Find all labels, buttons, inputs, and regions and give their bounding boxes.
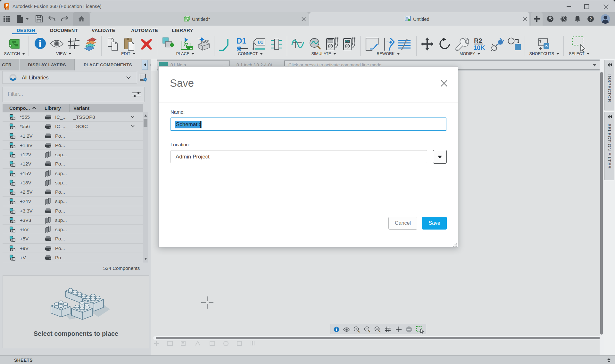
svg-text:D1: D1 [237, 37, 246, 45]
svg-text:R2: R2 [474, 37, 482, 44]
svg-text:F: F [6, 4, 8, 8]
svg-text:360: 360 [6, 8, 9, 10]
svg-text:10K: 10K [473, 44, 485, 51]
svg-text:?: ? [589, 16, 592, 21]
svg-text:D1: D1 [258, 40, 263, 44]
